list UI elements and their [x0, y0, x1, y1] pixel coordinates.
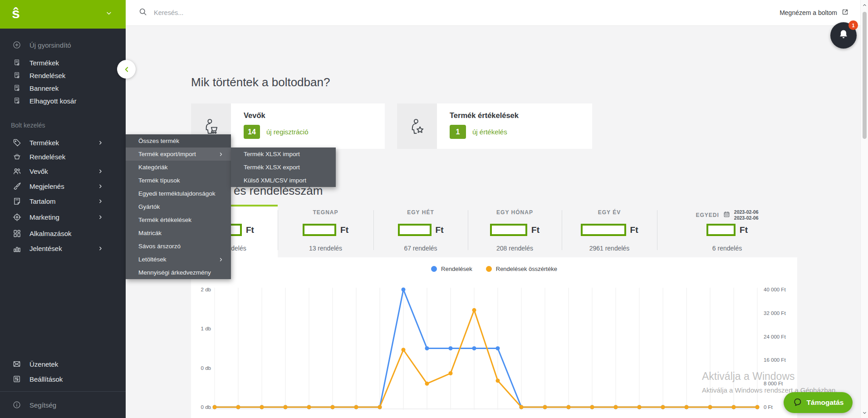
- scroll-down-icon[interactable]: [862, 409, 868, 416]
- currency-label: Ft: [740, 225, 748, 235]
- menu-item-savos-arszorzo[interactable]: Sávos árszorzó: [126, 240, 231, 253]
- sidebar-item-label: Jelentések: [29, 245, 62, 252]
- menu-item-letoltesek[interactable]: Letöltések: [126, 253, 231, 266]
- submenu-item-kulso-xml-csv-import[interactable]: Külső XML/CSV import: [231, 174, 336, 187]
- sidebar-divider: [0, 391, 126, 392]
- person-star-icon: [397, 103, 437, 149]
- menu-item-label: Letöltések: [138, 256, 167, 263]
- order-count: 6 rendelés: [657, 245, 797, 252]
- notifications-button[interactable]: 1: [830, 22, 857, 49]
- sidebar-collapse-button[interactable]: [117, 60, 136, 79]
- scrollbar-thumb[interactable]: [863, 12, 867, 139]
- currency-label: Ft: [246, 225, 254, 235]
- quick-item-rendelesek[interactable]: Rendelések: [12, 69, 116, 82]
- sidebar-item-label: Megjelenés: [29, 182, 64, 190]
- currency-label: Ft: [531, 225, 539, 235]
- sidebar-item-jelentesek[interactable]: Jelentések: [12, 241, 116, 255]
- tab-egy-het[interactable]: EGY HÉTFt67 rendelés: [373, 205, 468, 257]
- submenu-item-termek-xlsx-export[interactable]: Termék XLSX export: [231, 161, 336, 174]
- quick-item-label: Rendelések: [29, 72, 65, 79]
- chevron-down-icon[interactable]: [105, 10, 113, 19]
- tab-divider: [373, 210, 374, 250]
- quick-item-elhagyott-kosar[interactable]: Elhagyott kosár: [12, 94, 116, 108]
- topbar: Megnézem a boltom: [126, 0, 868, 26]
- products-context-menu: Összes termékTermék export/importKategór…: [126, 134, 231, 279]
- search-icon[interactable]: [138, 7, 147, 18]
- menu-item-termek-export-import[interactable]: Termék export/import: [126, 148, 231, 161]
- view-store-link[interactable]: Megnézem a boltom: [780, 0, 849, 25]
- sidebar-item-uzenetek[interactable]: Üzenetek: [12, 357, 116, 371]
- target-icon: [12, 212, 22, 222]
- tab-egyedi[interactable]: EGYEDI2023-02-062023-02-06Ft6 rendelés: [657, 205, 797, 257]
- tab-tegnap[interactable]: TEGNAPFt13 rendelés: [278, 205, 373, 257]
- menu-item-mennyisegi-arkedvezmeny[interactable]: Mennyiségi árkedvezmény: [126, 266, 231, 279]
- tab-label: EGYEDI: [696, 212, 719, 218]
- view-store-label: Megnézem a boltom: [780, 9, 837, 16]
- date-range[interactable]: 2023-02-062023-02-06: [734, 209, 759, 221]
- sidebar-item-beallitasok[interactable]: Beállítások: [12, 372, 116, 386]
- menu-item-label: Matricák: [138, 230, 162, 236]
- sidebar-item-label: Üzenetek: [29, 360, 58, 368]
- support-label: Támogatás: [807, 398, 844, 407]
- sidebar-item-marketing[interactable]: Marketing: [12, 210, 116, 224]
- menu-item-kategoriak[interactable]: Kategóriák: [126, 161, 231, 174]
- chat-bubble-icon: [793, 397, 802, 408]
- menu-item-termek-tipusok[interactable]: Termék típusok: [126, 174, 231, 187]
- currency-label: Ft: [436, 225, 444, 235]
- sidebar-item-vevok[interactable]: Vevők: [12, 164, 116, 178]
- tab-label: EGY HÉT: [407, 209, 434, 216]
- support-button[interactable]: Támogatás: [784, 392, 853, 413]
- sidebar-item-megjelenes[interactable]: Megjelenés: [12, 179, 116, 193]
- document-icon: [12, 197, 22, 206]
- sidebar-item-label: Marketing: [29, 213, 59, 221]
- menu-item-egyedi-termektulajdonsagok[interactable]: Egyedi terméktulajdonságok: [126, 187, 231, 200]
- menu-item-termek-ertekelesek[interactable]: Termék értékelések: [126, 213, 231, 226]
- tab-egy-ev[interactable]: EGY ÉVFt2961 rendelés: [562, 205, 657, 257]
- submenu-item-termek-xlsx-import[interactable]: Termék XLSX import: [231, 148, 336, 161]
- page-star-icon: [12, 84, 22, 93]
- sidebar-item-label: Tartalom: [29, 197, 56, 205]
- basket-icon: [12, 152, 22, 162]
- menu-item-matricak[interactable]: Matricák: [126, 226, 231, 240]
- menu-item-osszes-termek[interactable]: Összes termék: [126, 134, 231, 148]
- tab-egy-honap[interactable]: EGY HÓNAPFt208 rendelés: [468, 205, 562, 257]
- menu-item-label: Összes termék: [138, 138, 179, 144]
- tab-label: EGY HÓNAP: [496, 209, 533, 216]
- menu-item-label: Mennyiségi árkedvezmény: [138, 269, 211, 276]
- menu-item-gyartok[interactable]: Gyártók: [126, 200, 231, 213]
- quick-item-bannerek[interactable]: Bannerek: [12, 81, 116, 95]
- sidebar-item-label: Vevők: [29, 167, 48, 175]
- shop-logo: ŝ: [12, 5, 20, 22]
- sidebar-item-tartalom[interactable]: Tartalom: [12, 194, 116, 208]
- sidebar-item-rendelesek[interactable]: Rendelések: [12, 150, 116, 163]
- search-box: [138, 0, 290, 25]
- page-scrollbar[interactable]: [860, 0, 868, 418]
- svg-text:2 db: 2 db: [201, 287, 211, 292]
- page-star-icon: [12, 59, 22, 67]
- svg-text:24 000 Ft: 24 000 Ft: [764, 334, 786, 339]
- quick-item-label: Elhagyott kosár: [29, 97, 76, 105]
- currency-label: Ft: [630, 225, 638, 235]
- hidden-value-box: [581, 224, 626, 236]
- stat-badge: 14: [244, 125, 260, 139]
- svg-text:32 000 Ft: 32 000 Ft: [764, 310, 786, 316]
- search-input[interactable]: [154, 9, 290, 16]
- tab-divider: [562, 210, 562, 250]
- stat-label: új értékelés: [472, 128, 507, 136]
- sidebar-item-label: Alkalmazások: [29, 230, 72, 237]
- quick-item-label: Bannerek: [29, 84, 59, 92]
- new-quick-launch-button[interactable]: Új gyorsindító: [12, 38, 116, 52]
- sidebar-item-help[interactable]: Segítség: [12, 398, 116, 412]
- calendar-icon[interactable]: [723, 211, 731, 220]
- sidebar-header: ŝ: [0, 0, 126, 29]
- menu-item-label: Gyártók: [138, 203, 160, 210]
- hidden-value-box: [398, 224, 432, 236]
- sidebar-item-termekek[interactable]: Termékek: [12, 136, 116, 149]
- hidden-value-box: [490, 224, 527, 236]
- plus-circle-icon: [12, 40, 22, 49]
- quick-item-termekek[interactable]: Termékek: [12, 56, 116, 69]
- scroll-up-icon[interactable]: [862, 2, 868, 8]
- hidden-value-box: [706, 224, 736, 236]
- chevron-right-icon: [98, 164, 103, 178]
- sidebar-item-alkalmazasok[interactable]: Alkalmazások: [12, 226, 116, 240]
